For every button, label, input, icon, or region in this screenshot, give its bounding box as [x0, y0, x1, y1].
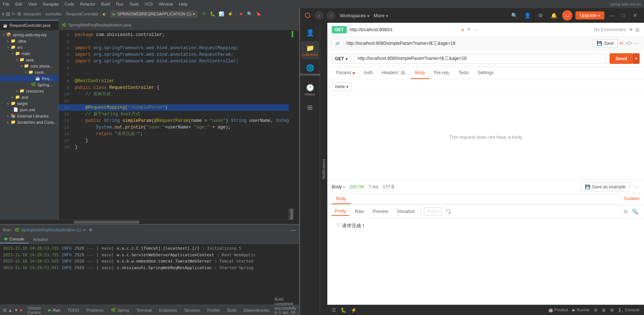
run-stop-icon[interactable]: ■ [20, 308, 22, 313]
maven-panel[interactable]: Maven [289, 209, 294, 220]
edit-icon-button[interactable]: ✏ [619, 39, 624, 48]
bottom-run[interactable]: ▶ Run [46, 307, 62, 313]
tab-body[interactable]: Body [411, 67, 429, 79]
toolbar-icon-grid[interactable]: ⊞ [6, 11, 10, 17]
tab-headers[interactable]: Headers6 [377, 67, 411, 79]
menu-window[interactable]: Window [159, 2, 173, 6]
bottom-icon-3[interactable]: ⚡ [351, 307, 357, 313]
tree-controller-pkg[interactable]: ▾ 📁 contr... [0, 69, 58, 75]
cookies-link[interactable]: Cookies [624, 194, 644, 204]
send-dropdown-button[interactable]: ▾ [633, 53, 640, 64]
invite-button[interactable]: 👤 [523, 10, 533, 21]
run-down-icon[interactable]: ▼ [14, 308, 18, 313]
tab-auth[interactable]: Auth [359, 67, 377, 79]
toolbar-coverage-icon[interactable]: 📊 [218, 10, 225, 18]
sidebar-item-environments[interactable]: 🌐 Environments [301, 61, 319, 79]
tree-root[interactable]: ▾ 📦 spring-web-req-res [0, 32, 58, 38]
breadcrumb-project[interactable]: shixiaoshi [23, 12, 41, 16]
search-button[interactable]: 🔍 [509, 10, 520, 21]
breadcrumb-controller[interactable]: controller [45, 12, 62, 16]
tree-target[interactable]: ▸ 📁 target [0, 100, 58, 106]
bottom-problems[interactable]: Problems [84, 307, 106, 313]
window-minimize-button[interactable]: — [607, 11, 616, 20]
run-up-icon[interactable]: ▲ [8, 308, 12, 313]
text-type-select[interactable]: Text [424, 207, 442, 216]
menu-navigate[interactable]: Navigate [43, 2, 58, 6]
tree-external[interactable]: ▸ 📚 External Libraries [0, 113, 58, 119]
more-dots-button[interactable]: ··· [634, 39, 640, 48]
settings-button[interactable]: ⚙ [536, 10, 546, 21]
tree-request-controller[interactable]: ☕ Req... [0, 75, 58, 82]
menu-edit[interactable]: Edit [15, 2, 22, 6]
toolbar-profile-icon[interactable]: ⚡ [227, 10, 234, 18]
tab-params[interactable]: Params [332, 67, 359, 79]
menu-view[interactable]: View [28, 2, 37, 6]
runner-label[interactable]: ▶ Runner [572, 308, 590, 312]
bottom-icon-2[interactable]: 🐛 [341, 307, 346, 313]
tree-resources[interactable]: ▸ 📁 resources [0, 88, 58, 94]
bottom-tab-console[interactable]: Console [0, 235, 29, 243]
expand-icon[interactable]: ⊞ [3, 308, 7, 313]
notifications-button[interactable]: 🔔 [549, 10, 559, 21]
send-button[interactable]: Send [610, 53, 633, 64]
bottom-terminal[interactable]: Terminal [134, 307, 154, 313]
search-in-response-button[interactable]: 🔍 [630, 208, 640, 216]
workspaces-button[interactable]: Workspaces [340, 13, 369, 18]
request-options-button[interactable]: ··· [474, 26, 479, 33]
tree-scratches[interactable]: ▸ 📁 Scratches and Cons... [0, 119, 58, 125]
window-close-button[interactable]: ✕ [631, 11, 640, 20]
user-avatar[interactable]: 🐙 [562, 10, 572, 21]
tree-src[interactable]: ▾ 📁 src [0, 44, 58, 50]
request-more-button[interactable]: + [467, 26, 471, 33]
settings-icon[interactable]: ⚙ [89, 228, 92, 232]
toolbar-search-icon[interactable]: 🔍 [246, 10, 254, 18]
tab-tests[interactable]: Tests [454, 67, 473, 79]
settings-copy-icon[interactable]: ⊞ [594, 308, 597, 312]
bottom-build[interactable]: Build [225, 307, 238, 313]
menu-tools[interactable]: Tools [129, 2, 139, 6]
tree-spring-app[interactable]: 🌿 Spring... [0, 82, 58, 88]
more-button[interactable]: More [374, 13, 388, 18]
menu-run[interactable]: Run [116, 2, 123, 6]
toolbar-debug-icon[interactable]: 🐛 [209, 10, 217, 18]
upgrade-button[interactable]: Upgrade [575, 11, 604, 19]
sidebar-item-collections[interactable]: 📁 Collections [301, 41, 319, 59]
toolbar-reload-icon[interactable]: ⟳ [200, 10, 208, 18]
resp-tab-body[interactable]: Body [332, 194, 350, 204]
tab-settings[interactable]: Settings [473, 67, 498, 79]
postbot-label[interactable]: 🤖 Postbot [548, 308, 568, 312]
url-input[interactable] [354, 54, 607, 64]
format-preview[interactable]: Preview [370, 207, 391, 216]
response-label-dropdown[interactable] [343, 185, 345, 189]
toolbar-bookmark-icon[interactable]: 🔖 [255, 10, 262, 18]
format-raw[interactable]: Raw [352, 207, 367, 216]
tab-request-controller[interactable]: ☕ RequestController.java ✕ [0, 20, 59, 30]
nav-back-button[interactable]: ‹ [315, 11, 324, 20]
tree-idea[interactable]: ▸ 📁 .idea [0, 38, 58, 44]
eye-icon[interactable]: 👁 [629, 27, 634, 33]
breadcrumb-method[interactable]: ⬖ [103, 12, 106, 17]
bottom-endpoints[interactable]: Endpoints [157, 307, 179, 313]
tab-pre-req[interactable]: Pre-req. [429, 67, 454, 79]
trash-icon[interactable]: 🗑 [602, 308, 606, 312]
bottom-todo[interactable]: TODO [65, 307, 81, 313]
tree-pom[interactable]: 📄 pom.xml [0, 106, 58, 113]
console-label[interactable]: ❯_ Console [618, 308, 640, 312]
tree-main[interactable]: ▾ 📁 main [0, 50, 58, 57]
nav-forward-button[interactable]: › [327, 11, 335, 20]
toolbar-icon-hamburger[interactable]: ≡ [1, 11, 4, 17]
horizontal-scrollbar[interactable] [0, 220, 299, 224]
toolbar-icon-align[interactable]: ⊨ [12, 11, 15, 17]
menu-help[interactable]: Help [179, 2, 188, 6]
bottom-spring[interactable]: 🌿 Spring [109, 307, 131, 313]
app-label[interactable]: 🌿 SpringWebReqResApplication (1) ✕ [14, 228, 85, 232]
window-maximize-button[interactable]: □ [619, 11, 628, 20]
save-as-example-button[interactable]: 💾 Save as example [581, 182, 630, 191]
tree-test[interactable]: ▸ 📁 test [0, 94, 58, 100]
format-pretty[interactable]: Pretty [332, 207, 349, 216]
code-icon-button[interactable]: </> [625, 39, 633, 48]
menu-build[interactable]: Build [101, 2, 110, 6]
sidebar-item-account[interactable]: 👤 [301, 26, 319, 40]
tab-spring-app[interactable]: 🌿 SpringWebReqResApplication.java ✕ [59, 20, 139, 30]
run-config-selector[interactable]: ▶ SPRINGWEBREQRESAPPLICATION (1) [110, 11, 197, 18]
